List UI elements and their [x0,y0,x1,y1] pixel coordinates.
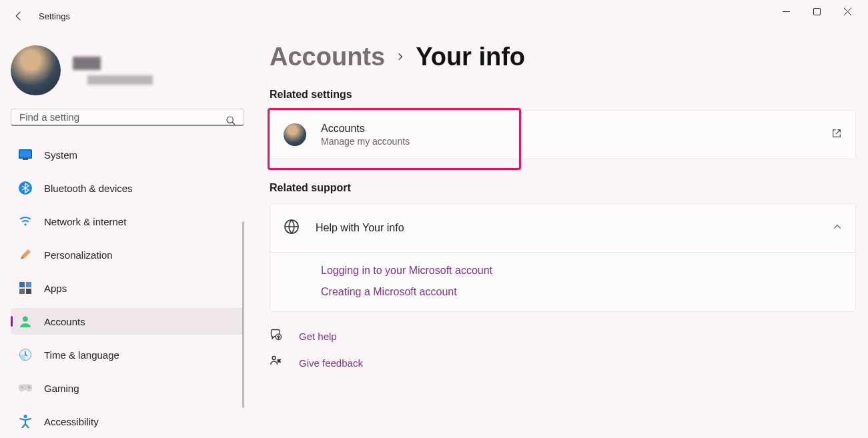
back-button[interactable] [5,3,32,29]
help-card: Help with Your info Logging in to your M… [270,203,856,312]
svg-rect-4 [23,159,28,160]
search-container [11,109,244,126]
breadcrumb-current: Your info [416,43,525,71]
sidebar-item-personalization[interactable]: Personalization [11,241,243,268]
help-chat-icon: ? [270,328,283,344]
sidebar-item-label: Accessibility [44,416,99,427]
sidebar-item-bluetooth[interactable]: Bluetooth & devices [11,175,243,201]
svg-rect-0 [813,8,820,15]
paintbrush-icon [19,248,32,261]
svg-rect-8 [26,282,31,287]
svg-point-13 [22,387,23,388]
svg-point-1 [227,117,233,123]
chevron-up-icon [833,222,842,234]
sidebar-item-label: Network & internet [44,216,126,227]
sidebar-item-label: Time & language [44,349,119,361]
chevron-right-icon [396,49,405,65]
sidebar-item-label: Gaming [44,383,79,394]
gamepad-icon [19,381,32,395]
person-icon [19,315,32,328]
footer-links: ? Get help Give feedback [270,328,856,371]
close-icon [844,8,851,15]
breadcrumb: Accounts Your info [270,43,856,71]
card-title: Accounts [321,123,410,135]
close-button[interactable] [832,1,863,22]
help-link-login[interactable]: Logging in to your Microsoft account [321,265,842,277]
sidebar-item-apps[interactable]: Apps [11,275,243,301]
svg-rect-9 [19,289,25,294]
feedback-label: Give feedback [299,357,363,369]
svg-point-15 [29,387,30,389]
svg-rect-10 [26,289,31,294]
breadcrumb-parent[interactable]: Accounts [270,43,385,71]
external-link-icon [831,128,842,141]
sidebar-item-accounts[interactable]: Accounts [11,308,243,335]
scrollbar[interactable] [242,221,244,408]
maximize-button[interactable] [801,1,832,22]
wifi-icon [19,215,32,228]
minimize-button[interactable] [771,1,801,22]
sidebar: System Bluetooth & devices Network & int… [0,32,248,438]
apps-icon [19,281,32,295]
help-body: Logging in to your Microsoft account Cre… [270,253,855,311]
window-controls [771,10,863,22]
search-icon [226,115,236,129]
maximize-icon [813,8,821,15]
search-input[interactable] [11,109,244,126]
profile-info [73,57,153,85]
accounts-card[interactable]: Accounts Manage my accounts [270,110,856,159]
sidebar-item-gaming[interactable]: Gaming [11,375,243,401]
svg-rect-3 [20,151,31,158]
nav: System Bluetooth & devices Network & int… [11,138,243,438]
window-title: Settings [39,11,70,21]
accessibility-icon [19,415,32,428]
svg-point-11 [23,317,28,322]
profile-email-redacted [87,75,153,85]
get-help-label: Get help [299,331,337,342]
sidebar-item-label: System [44,149,77,161]
help-title: Help with Your info [316,222,404,234]
minimize-icon [783,8,790,15]
sidebar-item-accessibility[interactable]: Accessibility [11,408,243,435]
svg-point-16 [24,415,27,418]
sidebar-item-label: Personalization [44,249,113,261]
profile-block[interactable] [11,40,248,109]
svg-point-6 [24,223,26,225]
sidebar-item-label: Accounts [44,316,85,327]
globe-icon [284,219,300,237]
feedback-icon [270,355,283,371]
profile-name-redacted [73,57,101,70]
sidebar-item-network[interactable]: Network & internet [11,208,243,235]
related-settings-title: Related settings [270,89,856,101]
help-link-create[interactable]: Creating a Microsoft account [321,286,842,298]
help-card-header[interactable]: Help with Your info [270,204,855,253]
get-help-link[interactable]: ? Get help [270,328,856,344]
svg-rect-7 [19,282,25,287]
titlebar: Settings [0,0,868,32]
system-icon [19,148,32,161]
give-feedback-link[interactable]: Give feedback [270,355,856,371]
bluetooth-icon [19,181,32,195]
svg-point-14 [28,386,29,387]
main-content: Accounts Your info Related settings Acco… [248,32,868,438]
clock-icon [19,348,32,361]
svg-point-20 [272,357,276,360]
sidebar-item-label: Bluetooth & devices [44,183,133,194]
card-subtitle: Manage my accounts [321,136,410,147]
sidebar-item-label: Apps [44,283,67,294]
related-support-title: Related support [270,182,856,194]
avatar [11,45,61,95]
avatar-small [284,123,306,146]
arrow-left-icon [13,10,25,22]
sidebar-item-time[interactable]: Time & language [11,341,243,368]
sidebar-item-system[interactable]: System [11,141,243,168]
